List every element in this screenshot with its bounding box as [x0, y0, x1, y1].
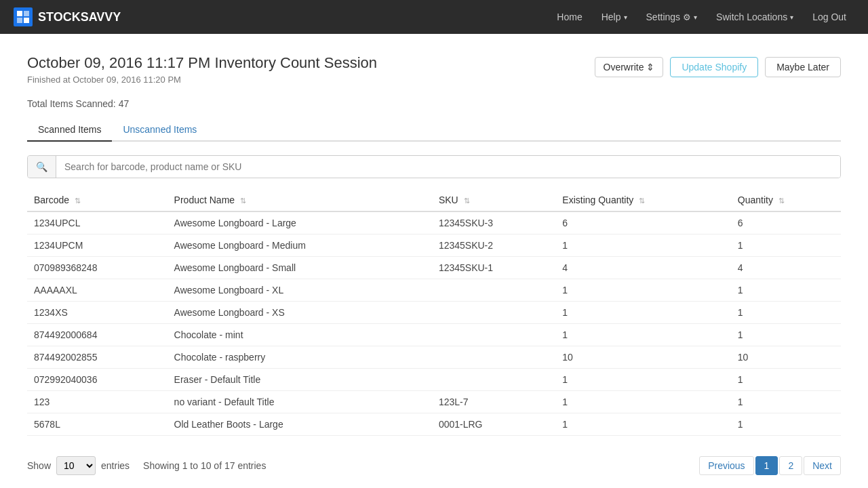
search-icon: 🔍: [36, 161, 47, 172]
nav-help[interactable]: Help ▾: [593, 7, 635, 26]
nav-settings[interactable]: Settings ⚙ ▾: [638, 7, 706, 26]
cell-existing-qty: 1: [555, 324, 731, 346]
previous-button[interactable]: Previous: [699, 456, 753, 475]
cell-sku: [432, 279, 555, 302]
page-title-section: October 09, 2016 11:17 PM Inventory Coun…: [27, 54, 377, 85]
col-qty[interactable]: Quantity ⇅: [731, 189, 841, 211]
chevron-down-icon: ▾: [790, 14, 793, 21]
cell-qty: 1: [731, 391, 841, 413]
cell-barcode: AAAAAXL: [27, 279, 167, 302]
table-body: 1234UPCL Awesome Longboard - Large 12345…: [27, 211, 841, 436]
table-row: 072992040036 Eraser - Default Title 1 1: [27, 369, 841, 391]
cell-product-name: Awesome Longboard - XL: [167, 279, 432, 302]
svg-rect-4: [24, 18, 29, 23]
cell-barcode: 5678L: [27, 413, 167, 436]
brand-name: STOCKSAVVY: [38, 10, 121, 24]
cell-sku: [432, 302, 555, 324]
cell-sku: [432, 346, 555, 369]
table-row: 874492000684 Chocolate - mint 1 1: [27, 324, 841, 346]
sort-icon: ⇅: [240, 197, 246, 205]
cell-sku: 12345SKU-2: [432, 235, 555, 257]
cell-product-name: no variant - Default Title: [167, 391, 432, 413]
cell-existing-qty: 4: [555, 257, 731, 279]
cell-existing-qty: 1: [555, 235, 731, 257]
cell-qty: 1: [731, 369, 841, 391]
update-shopify-button[interactable]: Update Shopify: [670, 57, 758, 77]
col-existing-qty[interactable]: Existing Quantity ⇅: [555, 189, 731, 211]
page-1-button[interactable]: 1: [755, 456, 778, 475]
cell-sku: 0001-LRG: [432, 413, 555, 436]
cell-sku: 12345SKU-3: [432, 211, 555, 235]
next-button[interactable]: Next: [804, 456, 841, 475]
table-row: AAAAAXL Awesome Longboard - XL 1 1: [27, 279, 841, 302]
header-actions: Overwrite ⇕ Update Shopify Maybe Later: [595, 57, 841, 77]
svg-rect-2: [24, 11, 29, 16]
search-icon-button[interactable]: 🔍: [28, 156, 56, 178]
brand-icon: [14, 7, 33, 26]
svg-rect-3: [17, 18, 22, 23]
table-row: 123 no variant - Default Title 123L-7 1 …: [27, 391, 841, 413]
table-row: 1234UPCM Awesome Longboard - Medium 1234…: [27, 235, 841, 257]
cell-product-name: Eraser - Default Title: [167, 369, 432, 391]
col-barcode[interactable]: Barcode ⇅: [27, 189, 167, 211]
cell-barcode: 1234XS: [27, 302, 167, 324]
cell-product-name: Old Leather Boots - Large: [167, 413, 432, 436]
maybe-later-button[interactable]: Maybe Later: [765, 57, 841, 77]
navbar: STOCKSAVVY Home Help ▾ Settings ⚙ ▾ Swit…: [0, 0, 868, 34]
nav-logout[interactable]: Log Out: [804, 7, 854, 26]
cell-product-name: Awesome Longboard - Medium: [167, 235, 432, 257]
entries-info: Showing 1 to 10 of 17 entries: [143, 460, 266, 471]
cell-product-name: Chocolate - raspberry: [167, 346, 432, 369]
cell-qty: 1: [731, 235, 841, 257]
cell-qty: 6: [731, 211, 841, 235]
table-row: 1234XS Awesome Longboard - XS 1 1: [27, 302, 841, 324]
nav-switch-locations[interactable]: Switch Locations ▾: [708, 7, 802, 26]
svg-rect-1: [17, 11, 22, 16]
tab-scanned-items[interactable]: Scanned Items: [27, 119, 112, 142]
cell-existing-qty: 10: [555, 346, 731, 369]
cell-existing-qty: 1: [555, 413, 731, 436]
cell-product-name: Chocolate - mint: [167, 324, 432, 346]
cell-product-name: Awesome Longboard - Large: [167, 211, 432, 235]
brand-logo[interactable]: STOCKSAVVY: [14, 7, 121, 26]
pagination-footer: Show 10 25 50 100 entries Showing 1 to 1…: [27, 449, 841, 475]
cell-sku: [432, 324, 555, 346]
cell-product-name: Awesome Longboard - XS: [167, 302, 432, 324]
cell-sku: 12345SKU-1: [432, 257, 555, 279]
tab-unscanned-items[interactable]: Unscanned Items: [112, 119, 208, 142]
dropdown-arrow-icon: ⇕: [646, 62, 654, 73]
col-sku[interactable]: SKU ⇅: [432, 189, 555, 211]
nav-home[interactable]: Home: [549, 7, 590, 26]
table-header: Barcode ⇅ Product Name ⇅ SKU ⇅ Existing …: [27, 189, 841, 211]
cell-qty: 4: [731, 257, 841, 279]
cell-existing-qty: 1: [555, 279, 731, 302]
page-header: October 09, 2016 11:17 PM Inventory Coun…: [27, 54, 841, 85]
sort-icon: ⇅: [464, 197, 470, 205]
cell-existing-qty: 1: [555, 369, 731, 391]
col-product-name[interactable]: Product Name ⇅: [167, 189, 432, 211]
chevron-down-icon: ▾: [624, 14, 627, 21]
cell-existing-qty: 1: [555, 391, 731, 413]
cell-barcode: 874492000684: [27, 324, 167, 346]
cell-barcode: 070989368248: [27, 257, 167, 279]
total-items-label: Total Items Scanned: 47: [27, 98, 841, 109]
gear-icon: ⚙: [683, 12, 691, 22]
search-input[interactable]: [56, 156, 840, 178]
table-row: 1234UPCL Awesome Longboard - Large 12345…: [27, 211, 841, 235]
cell-qty: 1: [731, 324, 841, 346]
overwrite-button[interactable]: Overwrite ⇕: [595, 57, 664, 77]
cell-existing-qty: 1: [555, 302, 731, 324]
tabs: Scanned Items Unscanned Items: [27, 119, 841, 142]
cell-qty: 1: [731, 302, 841, 324]
table-row: 874492002855 Chocolate - raspberry 10 10: [27, 346, 841, 369]
cell-sku: [432, 369, 555, 391]
page-title: October 09, 2016 11:17 PM Inventory Coun…: [27, 54, 377, 72]
chevron-down-icon: ▾: [694, 14, 697, 21]
cell-product-name: Awesome Longboard - Small: [167, 257, 432, 279]
page-2-button[interactable]: 2: [779, 456, 802, 475]
entries-select[interactable]: 10 25 50 100: [56, 456, 96, 475]
cell-barcode: 1234UPCL: [27, 211, 167, 235]
nav-links: Home Help ▾ Settings ⚙ ▾ Switch Location…: [549, 7, 854, 26]
cell-qty: 1: [731, 279, 841, 302]
cell-barcode: 072992040036: [27, 369, 167, 391]
